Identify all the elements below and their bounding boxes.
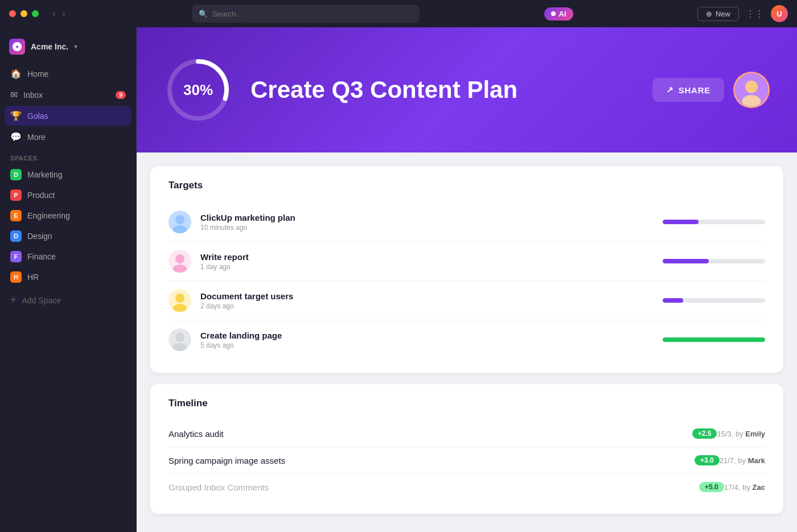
chevron-down-icon: ▾ xyxy=(74,43,77,51)
targets-title: Targets xyxy=(169,180,765,191)
timeline-title: Timeline xyxy=(169,398,765,409)
space-item-marketing[interactable]: D Marketing xyxy=(5,165,132,184)
home-icon: 🏠 xyxy=(10,68,22,79)
add-space-button[interactable]: + Add Space xyxy=(0,290,136,310)
sidebar-item-label: Home xyxy=(27,69,48,79)
plus-icon: + xyxy=(10,294,17,306)
space-badge-finance: F xyxy=(10,251,22,262)
search-input[interactable] xyxy=(212,10,413,18)
svg-point-10 xyxy=(175,254,184,263)
timeline-item: Analytics audit +2.5 15/3, by Emily xyxy=(169,420,765,447)
space-label: Engineering xyxy=(27,211,70,220)
sidebar-item-inbox[interactable]: ✉ Inbox 9 xyxy=(5,85,132,105)
hero-banner: 30% Create Q3 Content Plan ↗ SHARE xyxy=(137,27,797,152)
workspace-name: Acme Inc. xyxy=(31,42,68,51)
hero-right: ↗ SHARE xyxy=(652,72,770,108)
space-label: Design xyxy=(27,232,52,241)
timeline-tag: +3.0 xyxy=(695,455,720,465)
space-item-engineering[interactable]: E Engineering xyxy=(5,206,132,225)
progress-percent: 30% xyxy=(183,81,213,99)
add-space-label: Add Space xyxy=(22,296,61,305)
svg-point-13 xyxy=(175,294,184,303)
space-badge-marketing: D xyxy=(10,169,22,180)
sidebar-item-label: Inbox xyxy=(23,90,43,100)
space-item-hr[interactable]: H HR xyxy=(5,267,132,287)
target-info: Document target users 2 days ago xyxy=(200,291,654,310)
target-name: Document target users xyxy=(200,291,654,301)
sidebar-item-more[interactable]: 💬 More xyxy=(5,127,132,147)
svg-point-16 xyxy=(175,333,184,342)
new-button[interactable]: ⊕ New xyxy=(697,7,739,21)
timeline-tag: +2.5 xyxy=(692,428,717,439)
target-name: ClickUp marketing plan xyxy=(200,213,654,222)
target-item: Document target users 2 days ago xyxy=(169,281,765,320)
target-info: Create landing page 5 days ago xyxy=(200,331,654,349)
target-progress-fill xyxy=(663,337,765,342)
timeline-author: Emily xyxy=(745,430,765,438)
target-progress-bar xyxy=(663,337,765,342)
target-time: 10 minutes ago xyxy=(200,224,654,232)
target-info: Write report 1 day ago xyxy=(200,252,654,271)
main-layout: Acme Inc. ▾ 🏠 Home ✉ Inbox 9 🏆 Golas 💬 M… xyxy=(0,27,797,532)
share-icon: ↗ xyxy=(666,85,674,95)
target-progress-bar xyxy=(663,259,765,263)
target-progress-fill xyxy=(663,220,699,224)
target-time: 5 days ago xyxy=(200,341,654,349)
space-label: Product xyxy=(27,191,55,200)
timeline-item-name: Analytics audit xyxy=(169,429,687,439)
workspace-logo xyxy=(9,39,25,55)
target-avatar xyxy=(169,211,191,233)
target-item: Write report 1 day ago xyxy=(169,242,765,281)
sidebar-item-home[interactable]: 🏠 Home xyxy=(5,64,132,84)
hero-title: Create Q3 Content Plan xyxy=(250,76,634,104)
avatar-svg xyxy=(735,72,768,108)
search-bar[interactable]: 🔍 xyxy=(192,5,420,23)
space-item-product[interactable]: P Product xyxy=(5,185,132,205)
back-arrow[interactable]: ‹ xyxy=(50,7,57,20)
space-badge-engineering: E xyxy=(10,210,22,221)
content-area: 30% Create Q3 Content Plan ↗ SHARE xyxy=(137,27,797,532)
svg-point-4 xyxy=(742,95,761,108)
timeline-author: Mark xyxy=(748,456,765,465)
workspace-header[interactable]: Acme Inc. ▾ xyxy=(0,34,136,64)
ai-label: AI xyxy=(559,10,566,18)
hero-avatar xyxy=(733,72,770,108)
inbox-icon: ✉ xyxy=(10,89,18,100)
sidebar-item-goals[interactable]: 🏆 Golas xyxy=(5,106,132,126)
space-badge-product: P xyxy=(10,189,22,201)
target-time: 2 days ago xyxy=(200,302,654,310)
timeline-item: Grouped Inbox Comments +5.0 17/4, by Zac xyxy=(169,474,765,500)
timeline-date: 21/7, by Mark xyxy=(720,456,765,465)
goals-icon: 🏆 xyxy=(10,110,22,121)
progress-circle: 30% xyxy=(164,56,232,124)
spaces-label: Spaces xyxy=(0,148,136,165)
target-progress-bar xyxy=(663,220,765,224)
timeline-author: Zac xyxy=(753,483,765,492)
svg-point-5 xyxy=(745,81,758,93)
fullscreen-dot[interactable] xyxy=(32,10,39,17)
target-name: Create landing page xyxy=(200,331,654,340)
user-avatar[interactable]: U xyxy=(771,5,788,22)
top-bar-right: ⊕ New ⋮⋮ U xyxy=(697,5,788,22)
space-label: Finance xyxy=(27,252,56,261)
target-time: 1 day ago xyxy=(200,263,654,271)
sidebar-item-label: Golas xyxy=(27,112,48,121)
timeline-date: 17/4, by Zac xyxy=(724,483,765,492)
space-item-design[interactable]: D Design xyxy=(5,226,132,246)
grid-icon[interactable]: ⋮⋮ xyxy=(746,9,764,19)
inbox-badge: 9 xyxy=(116,91,126,99)
timeline-card: Timeline Analytics audit +2.5 15/3, by E… xyxy=(150,384,783,514)
nav-arrows: ‹ › xyxy=(50,7,68,20)
plus-icon: ⊕ xyxy=(706,10,712,18)
target-item: ClickUp marketing plan 10 minutes ago xyxy=(169,203,765,242)
space-badge-hr: H xyxy=(10,271,22,283)
ai-button[interactable]: AI xyxy=(544,7,573,20)
space-label: Marketing xyxy=(27,170,62,179)
close-dot[interactable] xyxy=(9,10,16,17)
minimize-dot[interactable] xyxy=(20,10,27,17)
share-button[interactable]: ↗ SHARE xyxy=(652,78,724,102)
target-info: ClickUp marketing plan 10 minutes ago xyxy=(200,213,654,232)
window-controls xyxy=(9,10,39,17)
space-item-finance[interactable]: F Finance xyxy=(5,247,132,266)
forward-arrow[interactable]: › xyxy=(60,7,67,20)
